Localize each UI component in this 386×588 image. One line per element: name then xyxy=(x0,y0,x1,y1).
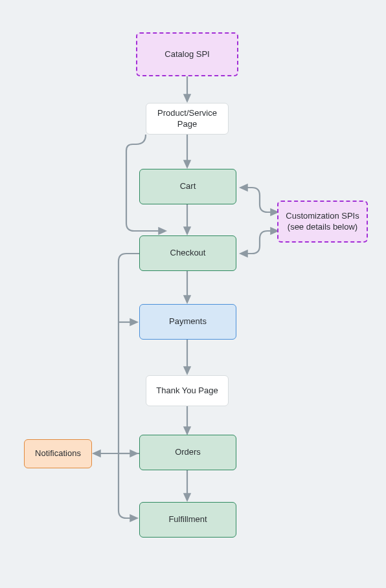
edge-customization-to-cart xyxy=(241,188,277,212)
node-label: Thank You Page xyxy=(156,386,218,397)
node-label: Fulfillment xyxy=(168,514,207,525)
node-label: Cart xyxy=(180,181,196,192)
node-product-page: Product/Service Page xyxy=(146,103,229,135)
edge-checkout-left-branch-trunk xyxy=(119,254,139,518)
node-thank-you: Thank You Page xyxy=(146,375,229,406)
node-label: Payments xyxy=(169,316,207,327)
node-fulfillment: Fulfillment xyxy=(139,502,236,538)
node-label: Catalog SPI xyxy=(165,49,209,60)
node-label: Product/Service Page xyxy=(153,108,221,130)
node-label: Checkout xyxy=(170,248,206,259)
node-customization-spis: Customization SPIs (see details below) xyxy=(277,201,368,243)
node-cart: Cart xyxy=(139,169,236,204)
edges-layer xyxy=(0,0,386,588)
node-label: Orders xyxy=(175,447,201,458)
node-checkout: Checkout xyxy=(139,235,236,271)
node-payments: Payments xyxy=(139,304,236,340)
node-label: Customization SPIs (see details below) xyxy=(285,211,360,233)
node-notifications: Notifications xyxy=(24,439,92,468)
node-catalog-spi: Catalog SPI xyxy=(136,32,238,76)
node-orders: Orders xyxy=(139,435,236,470)
edge-customization-to-checkout xyxy=(241,231,277,254)
node-label: Notifications xyxy=(35,448,81,459)
